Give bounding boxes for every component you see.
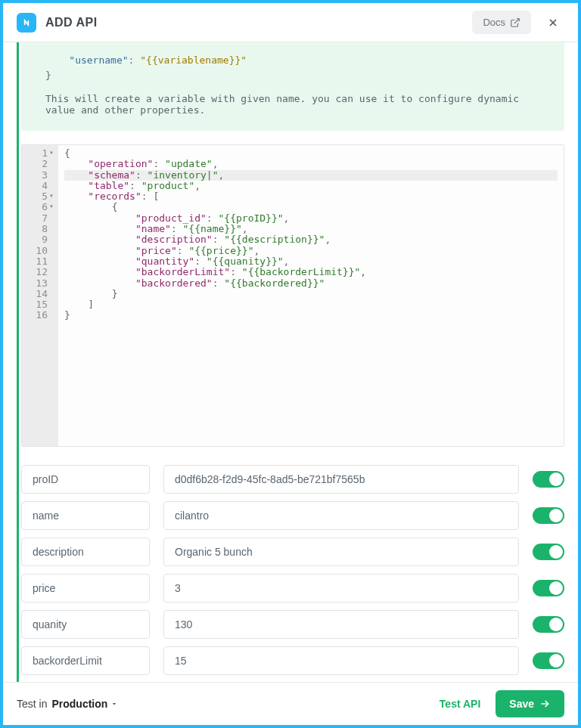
line-number: 5▾ (30, 191, 54, 202)
line-number: 1▾ (30, 148, 54, 159)
code-line[interactable]: "product_id": "{{proID}}", (64, 213, 558, 224)
hint-panel: "username": "{{variablename}}" } This wi… (21, 42, 564, 131)
variable-value-input[interactable] (163, 646, 519, 675)
code-line[interactable]: "operation": "update", (64, 159, 558, 169)
variable-toggle[interactable] (533, 652, 564, 669)
line-number: 4 (30, 181, 54, 191)
footer-left: Test in Production (17, 698, 118, 710)
line-number: 15 (30, 299, 54, 310)
left-stripe (17, 42, 19, 682)
app-logo-icon (17, 13, 36, 33)
hint-key: "username" (69, 54, 128, 66)
close-icon (547, 17, 559, 29)
line-number: 16 (30, 310, 54, 321)
variable-row (21, 501, 564, 530)
code-line[interactable]: "backordered": "{{backordered}}" (64, 278, 558, 289)
caret-down-icon (110, 700, 118, 708)
variable-toggle[interactable] (533, 616, 564, 633)
environment-selector[interactable]: Production (51, 698, 118, 710)
code-line[interactable]: "description": "{{description}}", (64, 234, 558, 245)
code-line[interactable]: ] (64, 299, 558, 310)
variable-value-input[interactable] (163, 465, 519, 494)
variable-row (21, 646, 564, 675)
variable-toggle[interactable] (533, 507, 564, 524)
variable-row (21, 537, 564, 566)
editor-code[interactable]: { "operation": "update", "schema": "inve… (58, 145, 564, 446)
docs-button[interactable]: Docs (472, 11, 531, 34)
line-number: 9 (30, 234, 54, 245)
code-editor[interactable]: 1▾2 3 4 5▾6▾7 8 9 10 11 12 13 14 15 16 {… (21, 144, 564, 447)
variable-name-input[interactable] (21, 646, 150, 675)
external-link-icon (510, 17, 520, 28)
variables-section (21, 465, 564, 682)
code-line[interactable]: "backorderLimit": "{{backorderLimit}}", (64, 267, 558, 277)
variable-name-input[interactable] (21, 537, 150, 566)
docs-label: Docs (483, 17, 505, 28)
close-button[interactable] (542, 11, 564, 34)
test-in-label: Test in (17, 698, 47, 710)
modal-header: ADD API Docs (3, 3, 578, 42)
variable-toggle[interactable] (533, 580, 564, 596)
variable-toggle[interactable] (533, 471, 564, 488)
arrow-right-icon (539, 698, 551, 710)
modal-body: "username": "{{variablename}}" } This wi… (3, 42, 578, 682)
variable-name-input[interactable] (21, 574, 150, 603)
header-left: ADD API (17, 13, 98, 33)
line-number: 2 (30, 159, 54, 169)
code-line[interactable]: "records": [ (64, 191, 558, 202)
code-line[interactable]: "table": "product", (64, 181, 558, 191)
variable-toggle[interactable] (533, 544, 564, 560)
editor-gutter: 1▾2 3 4 5▾6▾7 8 9 10 11 12 13 14 15 16 (22, 145, 58, 446)
test-api-button[interactable]: Test API (440, 698, 480, 710)
code-line[interactable]: { (64, 148, 558, 159)
code-line[interactable]: "quantity": "{{quanity}}", (64, 256, 558, 267)
footer-right: Test API Save (440, 690, 564, 717)
modal-content: "username": "{{variablename}}" } This wi… (21, 42, 564, 682)
line-number: 14 (30, 289, 54, 299)
variable-row (21, 574, 564, 603)
header-right: Docs (472, 11, 564, 34)
line-number: 3 (30, 170, 54, 181)
variable-row (21, 610, 564, 639)
variable-name-input[interactable] (21, 465, 150, 494)
variable-value-input[interactable] (163, 501, 519, 530)
modal-footer: Test in Production Test API Save (3, 682, 578, 725)
variable-name-input[interactable] (21, 610, 150, 639)
line-number: 10 (30, 246, 54, 256)
variable-value-input[interactable] (163, 574, 519, 603)
line-number: 12 (30, 267, 54, 277)
code-line[interactable]: "name": "{{name}}", (64, 224, 558, 234)
line-number: 7 (30, 213, 54, 224)
variable-row (21, 465, 564, 494)
variable-name-input[interactable] (21, 501, 150, 530)
code-line[interactable]: "price": "{{price}}", (64, 246, 558, 256)
save-label: Save (509, 698, 534, 710)
line-number: 8 (30, 224, 54, 234)
hint-code: "username": "{{variablename}}" } (45, 53, 549, 82)
code-line[interactable]: "schema": "inventory|", (64, 170, 558, 181)
line-number: 13 (30, 278, 54, 289)
save-button[interactable]: Save (496, 690, 564, 717)
code-line[interactable]: } (64, 289, 558, 299)
environment-value: Production (51, 698, 107, 710)
code-line[interactable]: } (64, 310, 558, 321)
line-number: 6▾ (30, 202, 54, 212)
variable-value-input[interactable] (163, 610, 519, 639)
line-number: 11 (30, 256, 54, 267)
code-line[interactable]: { (64, 202, 558, 212)
modal-title: ADD API (45, 16, 98, 29)
hint-val: "{{variablename}}" (140, 54, 247, 66)
hint-description: This will create a variable with given n… (45, 93, 549, 116)
variable-value-input[interactable] (163, 537, 519, 566)
